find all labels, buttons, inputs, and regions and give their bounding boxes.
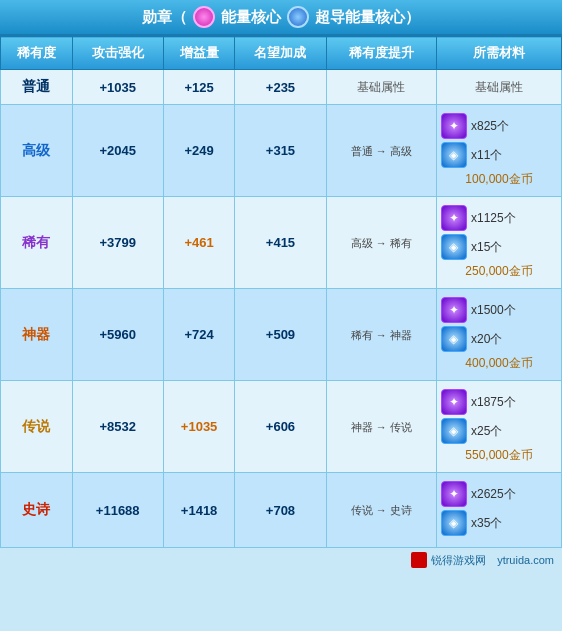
rarity-label: 普通 (22, 78, 50, 94)
material-row: ✦ x1875个 (441, 389, 557, 415)
fame-value: +509 (266, 327, 295, 342)
gold-cost: 100,000金币 (441, 171, 557, 188)
super-energy-core-icon (287, 6, 309, 28)
cell-upgrade: 神器 → 传说 (326, 381, 436, 473)
cell-material: ✦ x825个 ◈ x11个 100,000金币 (436, 105, 561, 197)
upgrade-base-text: 基础属性 (357, 80, 405, 94)
cell-attack: +5960 (72, 289, 163, 381)
buff-value: +461 (184, 235, 213, 250)
material-row: ◈ x15个 (441, 234, 557, 260)
upgrade-text: 稀有 → 神器 (351, 329, 412, 341)
super-energy-core-label: 超导能量核心） (315, 8, 420, 27)
cell-upgrade: 传说 → 史诗 (326, 473, 436, 548)
fame-value: +606 (266, 419, 295, 434)
material-count: x825个 (471, 118, 509, 135)
upgrade-text: 神器 → 传说 (351, 421, 412, 433)
material-row: ✦ x1500个 (441, 297, 557, 323)
cell-upgrade: 高级 → 稀有 (326, 197, 436, 289)
energy-core-label: 能量核心 (221, 8, 281, 27)
material-row: ◈ x11个 (441, 142, 557, 168)
material-row: ◈ x20个 (441, 326, 557, 352)
attack-value: +5960 (99, 327, 136, 342)
gold-cost: 250,000金币 (441, 263, 557, 280)
buff-value: +724 (184, 327, 213, 342)
buff-value: +125 (184, 80, 213, 95)
cell-material: ✦ x1125个 ◈ x15个 250,000金币 (436, 197, 561, 289)
col-header-rarity: 稀有度 (1, 37, 73, 70)
material-row: ✦ x1125个 (441, 205, 557, 231)
material-count: x20个 (471, 331, 502, 348)
material-count: x11个 (471, 147, 502, 164)
energy-icon: ✦ (441, 389, 467, 415)
title-bar: 勋章（ 能量核心 超导能量核心） (0, 0, 562, 36)
cell-buff: +724 (163, 289, 235, 381)
gold-cost: 400,000金币 (441, 355, 557, 372)
rarity-label: 高级 (22, 142, 50, 158)
col-header-buff: 增益量 (163, 37, 235, 70)
upgrade-text: 传说 → 史诗 (351, 504, 412, 516)
fame-value: +708 (266, 503, 295, 518)
super-energy-icon: ◈ (441, 326, 467, 352)
energy-icon: ✦ (441, 481, 467, 507)
cell-material: 基础属性 (436, 70, 561, 105)
buff-value: +1035 (181, 419, 218, 434)
cell-fame: +415 (235, 197, 326, 289)
table-row: 神器+5960+724+509稀有 → 神器 ✦ x1500个 ◈ x20个 4… (1, 289, 562, 381)
fame-value: +415 (266, 235, 295, 250)
cell-rarity: 史诗 (1, 473, 73, 548)
table-row: 普通+1035+125+235基础属性基础属性 (1, 70, 562, 105)
fame-value: +315 (266, 143, 295, 158)
cell-material: ✦ x1875个 ◈ x25个 550,000金币 (436, 381, 561, 473)
energy-icon: ✦ (441, 297, 467, 323)
cell-upgrade: 稀有 → 神器 (326, 289, 436, 381)
attack-value: +11688 (96, 503, 140, 518)
col-header-upgrade: 稀有度提升 (326, 37, 436, 70)
logo-icon (411, 552, 427, 568)
material-count: x1500个 (471, 302, 516, 319)
material-count: x15个 (471, 239, 502, 256)
attack-value: +8532 (99, 419, 136, 434)
rarity-label: 史诗 (22, 501, 50, 517)
upgrade-text: 普通 → 高级 (351, 145, 412, 157)
material-count: x1125个 (471, 210, 516, 227)
cell-material: ✦ x2625个 ◈ x35个 (436, 473, 561, 548)
energy-icon: ✦ (441, 205, 467, 231)
cell-fame: +315 (235, 105, 326, 197)
upgrade-text: 高级 → 稀有 (351, 237, 412, 249)
super-energy-icon: ◈ (441, 234, 467, 260)
rarity-label: 稀有 (22, 234, 50, 250)
material-row: ✦ x825个 (441, 113, 557, 139)
footer: 锐得游戏网 ytruida.com (0, 548, 562, 572)
fame-value: +235 (266, 80, 295, 95)
cell-rarity: 传说 (1, 381, 73, 473)
table-row: 高级+2045+249+315普通 → 高级 ✦ x825个 ◈ x11个 10… (1, 105, 562, 197)
rarity-label: 神器 (22, 326, 50, 342)
cell-fame: +606 (235, 381, 326, 473)
super-energy-icon: ◈ (441, 142, 467, 168)
cell-rarity: 神器 (1, 289, 73, 381)
cell-fame: +509 (235, 289, 326, 381)
cell-material: ✦ x1500个 ◈ x20个 400,000金币 (436, 289, 561, 381)
cell-rarity: 普通 (1, 70, 73, 105)
page-wrapper: 勋章（ 能量核心 超导能量核心） 稀有度 攻击强化 增益量 名望加成 稀有度提升… (0, 0, 562, 582)
cell-attack: +2045 (72, 105, 163, 197)
cell-buff: +125 (163, 70, 235, 105)
cell-buff: +249 (163, 105, 235, 197)
buff-value: +1418 (181, 503, 218, 518)
cell-rarity: 高级 (1, 105, 73, 197)
table-row: 史诗+11688+1418+708传说 → 史诗 ✦ x2625个 ◈ x35个 (1, 473, 562, 548)
footer-site-label: 锐得游戏网 (431, 553, 486, 568)
material-count: x1875个 (471, 394, 516, 411)
rarity-label: 传说 (22, 418, 50, 434)
material-row: ◈ x35个 (441, 510, 557, 536)
col-header-fame: 名望加成 (235, 37, 326, 70)
footer-logo: 锐得游戏网 ytruida.com (411, 552, 554, 568)
cell-attack: +3799 (72, 197, 163, 289)
col-header-attack: 攻击强化 (72, 37, 163, 70)
attack-value: +3799 (99, 235, 136, 250)
cell-fame: +708 (235, 473, 326, 548)
cell-rarity: 稀有 (1, 197, 73, 289)
super-energy-icon: ◈ (441, 418, 467, 444)
cell-attack: +1035 (72, 70, 163, 105)
cell-attack: +11688 (72, 473, 163, 548)
